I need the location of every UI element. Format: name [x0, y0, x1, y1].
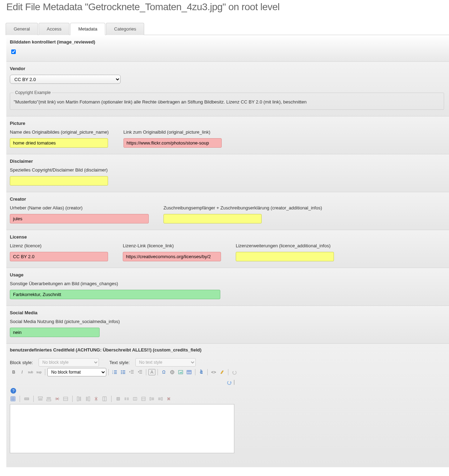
separator-icon: [45, 369, 45, 375]
copyright-example-box: Copyright Example "Musterfoto"(mit link)…: [10, 90, 444, 110]
credits-editor[interactable]: [10, 404, 234, 453]
delete-row-icon[interactable]: [54, 396, 60, 402]
section-license: License Lizenz (licence) Lizenz-Link (li…: [6, 230, 449, 268]
svg-text:3: 3: [112, 373, 113, 374]
disclaimer-input[interactable]: [10, 176, 108, 186]
special-char-icon[interactable]: Ω: [160, 368, 168, 376]
text-style-select[interactable]: No text style: [135, 358, 196, 367]
svg-rect-63: [161, 397, 162, 400]
ordered-list-icon[interactable]: 123: [111, 368, 119, 376]
split-cell-h-icon[interactable]: [132, 396, 138, 402]
svg-rect-62: [158, 397, 161, 400]
outdent-icon[interactable]: [128, 368, 135, 376]
delete-cell-icon[interactable]: [166, 396, 172, 402]
svg-point-9: [121, 370, 122, 371]
licence-link-label: Lizenz-Link (licence_link): [123, 243, 221, 248]
licence-input[interactable]: [10, 252, 108, 261]
table-icon[interactable]: [185, 368, 193, 376]
split-col-icon[interactable]: [101, 396, 108, 402]
original-picture-link-label: Link zum Originalbild (original_picture_…: [123, 129, 222, 135]
section-title-license: License: [10, 234, 445, 240]
cell-props-icon[interactable]: [115, 396, 121, 402]
block-style-select[interactable]: No block style: [39, 358, 99, 367]
section-credits: benutzerdefiniertes Creditfeld (ACHTUNG:…: [6, 344, 449, 467]
svg-rect-38: [47, 400, 51, 401]
svg-rect-60: [152, 397, 154, 400]
undo-icon[interactable]: [230, 368, 238, 376]
separator-icon: [207, 369, 208, 375]
svg-rect-45: [77, 397, 79, 401]
section-creator: Creator Urheber (Name oder Alias) (creat…: [6, 192, 449, 230]
section-title-image-reviewed: Bilddaten kontrolliert (image_reviewed): [10, 39, 445, 45]
superscript-icon[interactable]: sup: [35, 368, 43, 376]
separator-icon: [33, 396, 34, 402]
insert-col-after-icon[interactable]: [85, 396, 91, 402]
cell-before-icon[interactable]: [149, 396, 155, 402]
image-reviewed-checkbox[interactable]: [11, 49, 16, 54]
link-icon[interactable]: [168, 368, 176, 376]
bold-icon[interactable]: B: [10, 368, 18, 376]
tab-categories[interactable]: Categories: [106, 23, 144, 35]
split-cell-v-icon[interactable]: [140, 396, 147, 402]
section-image-reviewed: Bilddaten kontrolliert (image_reviewed): [6, 35, 449, 62]
insert-table-icon[interactable]: [10, 396, 16, 402]
separator-icon: [146, 369, 146, 375]
tab-access[interactable]: Access: [39, 23, 69, 35]
original-picture-name-label: Name des Originalbildes (original_pictur…: [10, 129, 109, 135]
help-icon[interactable]: ?: [11, 388, 16, 394]
block-style-label: Block style:: [10, 360, 33, 365]
licence-additional-input[interactable]: [236, 252, 334, 261]
creator-additional-input[interactable]: [163, 214, 262, 223]
page-title: Edit File Metadata "Getrocknete_Tomaten_…: [6, 1, 449, 13]
unordered-list-icon[interactable]: [119, 368, 127, 376]
indent-icon[interactable]: [136, 368, 144, 376]
section-title-vendor: Vendor: [10, 66, 445, 71]
clear-format-icon[interactable]: [218, 368, 226, 376]
social-input[interactable]: [10, 328, 100, 337]
svg-marker-15: [129, 371, 130, 373]
rte-format-row: B I sub sup No block format 123 A: [10, 368, 445, 376]
licence-link-input[interactable]: [123, 252, 221, 261]
creator-input[interactable]: [10, 214, 149, 223]
svg-rect-29: [11, 397, 15, 401]
licence-additional-label: Lizenzerweiterungen (licence_additional_…: [236, 243, 334, 248]
images-changes-input[interactable]: [10, 290, 220, 299]
original-picture-link-input[interactable]: [123, 138, 222, 148]
insert-col-before-icon[interactable]: [76, 396, 82, 402]
delete-col-icon[interactable]: [93, 396, 99, 402]
svg-rect-47: [88, 397, 90, 401]
section-title-usage: Usage: [10, 272, 445, 277]
split-row-icon[interactable]: [62, 396, 69, 402]
block-format-select[interactable]: No block format: [47, 368, 106, 376]
svg-rect-35: [38, 399, 42, 401]
separator-icon: [20, 396, 20, 402]
copyright-example-legend: Copyright Example: [14, 90, 52, 95]
source-icon[interactable]: <>: [210, 368, 217, 376]
insert-row-before-icon[interactable]: [37, 396, 43, 402]
original-picture-name-input[interactable]: [10, 138, 108, 148]
svg-rect-61: [150, 397, 151, 400]
section-title-disclaimer: Disclaimer: [10, 159, 445, 164]
svg-rect-55: [127, 397, 129, 400]
copyright-example-text: "Musterfoto"(mit link) von Martin Fotoma…: [14, 99, 440, 105]
svg-point-11: [121, 373, 122, 374]
subscript-icon[interactable]: sub: [27, 368, 34, 376]
insert-row-after-icon[interactable]: [46, 396, 52, 402]
vendor-select[interactable]: CC BY 2.0: [10, 75, 121, 84]
redo-icon[interactable]: [227, 380, 232, 386]
section-disclaimer: Disclaimer Spezielles Copyright/Disclaim…: [6, 154, 449, 192]
image-icon[interactable]: [177, 368, 185, 376]
textbox-icon[interactable]: A: [148, 369, 155, 375]
tab-general[interactable]: General: [6, 23, 38, 35]
section-title-credits: benutzerdefiniertes Creditfeld (ACHTUNG:…: [10, 347, 445, 353]
svg-rect-23: [187, 370, 191, 374]
cell-after-icon[interactable]: [157, 396, 163, 402]
merge-cell-icon[interactable]: [123, 396, 130, 402]
separator-icon: [72, 396, 73, 402]
tab-metadata[interactable]: Metadata: [70, 23, 105, 35]
section-social: Social Media Social Media Nutzung Bild (…: [6, 306, 449, 344]
italic-icon[interactable]: I: [18, 368, 26, 376]
find-replace-icon[interactable]: ἃ: [197, 368, 205, 376]
licence-label: Lizenz (licence): [10, 243, 108, 248]
row-props-icon[interactable]: [24, 396, 30, 402]
